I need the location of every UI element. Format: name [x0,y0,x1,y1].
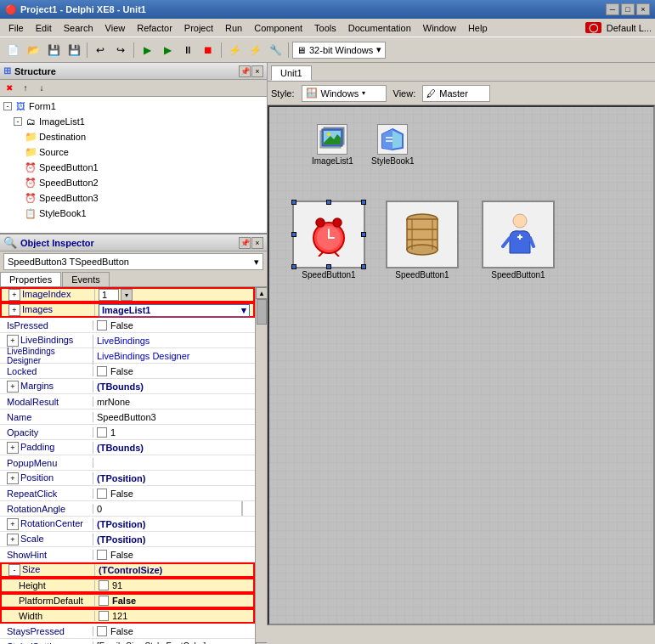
default-layout[interactable]: Default L... [607,23,652,33]
inspector-pin[interactable]: 📌 [239,237,251,249]
stayspressed-checkbox[interactable] [97,626,107,636]
menu-project[interactable]: Project [179,21,218,35]
menu-file[interactable]: File [3,21,29,35]
images-dropdown-arrow[interactable]: ▾ [241,305,246,316]
scale-expand[interactable]: + [7,534,19,545]
prop-livebindings-value[interactable]: LiveBindings [93,336,255,346]
showhint-checkbox[interactable] [97,550,107,560]
tree-speedbutton2[interactable]: ⏰ SpeedButton2 [2,175,265,190]
tb-fwd[interactable]: ↪ [111,41,130,59]
close-button[interactable]: × [636,3,650,15]
prop-name-value[interactable]: SpeedButton3 [93,412,255,422]
tb-back[interactable]: ↩ [91,41,110,59]
source-label: Source [39,147,69,157]
inspector-tabs: Properties Events [0,272,267,287]
designer-speedbutton1-a[interactable]: SpeedButton1 [291,201,367,280]
margins-expand[interactable]: + [7,381,19,393]
scroll-up[interactable]: ▲ [256,287,267,299]
tree-speedbutton3[interactable]: ⏰ SpeedButton3 [2,190,265,206]
menu-help[interactable]: Help [463,21,493,35]
tab-events[interactable]: Events [62,272,110,286]
menu-view[interactable]: View [100,21,131,35]
structure-pin[interactable]: 📌 [239,65,251,77]
size-expand[interactable]: - [8,564,20,576]
tb-saveall[interactable]: 💾 [65,41,83,59]
prop-images-value[interactable]: ImageList1 ▾ [95,304,253,317]
prop-repeatclick-name: RepeatClick [0,489,93,499]
tree-imagelist1[interactable]: - 🗂 ImageList1 [2,114,265,129]
tb-new[interactable]: 📄 [3,41,22,59]
designer-imagelist1[interactable]: ImageList1 [312,124,353,166]
position-expand[interactable]: + [7,472,19,484]
locked-checkbox[interactable] [97,366,107,376]
struct-down[interactable]: ↓ [34,82,49,95]
menu-component[interactable]: Component [249,21,308,35]
images-expand[interactable]: + [8,304,20,316]
prop-size-value: (TControlSize) [95,565,253,575]
designer-area[interactable]: ImageList1 StyleBook1 [268,105,655,625]
prop-rotationangle-value[interactable]: 0 [93,504,255,514]
prop-rotationangle: RotationAngle 0 [0,501,255,517]
property-grid-scrollbar[interactable]: ▲ ▼ [255,287,267,644]
rotationcenter-expand[interactable]: + [7,518,19,530]
designer-speedbutton1-b[interactable]: SpeedButton1 [384,201,460,280]
tb-run[interactable]: ▶ [138,41,156,59]
menu-tools[interactable]: Tools [309,21,342,35]
prop-imageindex-value[interactable]: 1 ▾ [95,289,253,301]
tab-unit1[interactable]: Unit1 [271,65,312,81]
view-select[interactable]: 🖊 Master [422,85,490,102]
designer-stylebook1[interactable]: StyleBook1 [371,124,415,166]
expand-form1[interactable]: - [3,102,12,110]
inspector-object-selector[interactable]: SpeedButton3 TSpeedButton ▾ [3,253,263,270]
scroll-thumb[interactable] [257,299,267,325]
tb-save[interactable]: 💾 [44,41,63,59]
menu-search[interactable]: Search [59,21,99,35]
title-bar-controls: ─ □ × [606,3,650,15]
tb-run2[interactable]: ▶ [158,41,177,59]
inspector-close[interactable]: × [251,237,263,249]
expand-imagelist1[interactable]: - [14,117,22,126]
tb-pause[interactable]: ⏸ [178,41,197,59]
bitness-dropdown[interactable]: 🖥 32-bit Windows ▾ [292,42,386,59]
menu-run[interactable]: Run [220,21,247,35]
platformdefault-checkbox[interactable] [99,596,109,606]
tree-form1[interactable]: - 🖼 Form1 [2,99,265,114]
prop-livebindingsdesigner-value[interactable]: LiveBindings Designer [93,351,255,361]
tb-step3[interactable]: 🔧 [266,41,285,59]
structure-icon: ⊞ [3,65,11,76]
speedbutton2-label: SpeedButton2 [39,178,99,188]
struct-up[interactable]: ↑ [18,82,33,95]
padding-expand[interactable]: + [7,442,19,454]
menu-documentation[interactable]: Documentation [343,21,416,35]
prop-ispressed-value: False [93,320,255,330]
menu-refactor[interactable]: Refactor [132,21,178,35]
tree-speedbutton1[interactable]: ⏰ SpeedButton1 [2,160,265,175]
menu-edit[interactable]: Edit [31,21,57,35]
minimize-button[interactable]: ─ [606,3,619,15]
person-svg [501,212,535,257]
tb-stop[interactable]: ⏹ [199,41,217,59]
struct-delete[interactable]: ✖ [2,82,17,95]
tb-open[interactable]: 📂 [24,41,42,59]
livebindings-expand[interactable]: + [7,335,19,347]
prop-height-value[interactable]: 91 [95,580,253,590]
structure-close[interactable]: × [251,65,263,77]
prop-modalresult-value[interactable]: mrNone [93,397,255,407]
imageindex-expand[interactable]: + [8,289,20,301]
maximize-button[interactable]: □ [621,3,635,15]
tree-stylebook1[interactable]: 📋 StyleBook1 [2,206,265,221]
designer-speedbutton1-c[interactable]: SpeedButton1 [480,201,556,280]
tree-source[interactable]: 📁 Source [2,144,265,160]
prop-locked-name: Locked [0,366,93,376]
tb-step2[interactable]: ⚡ [246,41,264,59]
tree-destination[interactable]: 📁 Destination [2,129,265,144]
main-layout: ⊞ Structure 📌 × ✖ ↑ ↓ - 🖼 F [0,63,655,625]
tb-step[interactable]: ⚡ [225,41,244,59]
prop-width-value[interactable]: 121 [95,611,253,621]
menu-window[interactable]: Window [418,21,461,35]
ispressed-checkbox[interactable] [97,320,107,330]
style-select[interactable]: 🪟 Windows ▾ [302,85,387,102]
repeatclick-checkbox[interactable] [97,489,107,499]
scroll-track[interactable] [256,299,267,642]
tab-properties[interactable]: Properties [0,272,61,286]
